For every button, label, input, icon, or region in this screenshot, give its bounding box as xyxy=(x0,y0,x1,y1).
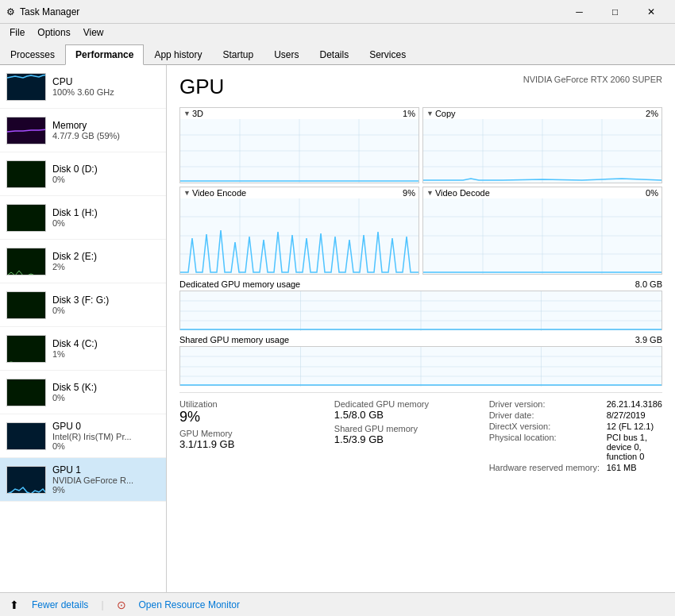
sidebar-item-disk4[interactable]: Disk 4 (C:) 1% xyxy=(0,327,166,371)
menu-options[interactable]: Options xyxy=(31,25,76,40)
sidebar-item-disk3[interactable]: Disk 3 (F: G:) 0% xyxy=(0,283,166,327)
sidebar-item-disk1[interactable]: Disk 1 (H:) 0% xyxy=(0,196,166,240)
open-resource-monitor-link[interactable]: Open Resource Monitor xyxy=(139,599,240,610)
stat-driver-version-key: Driver version: xyxy=(489,399,600,409)
tab-details[interactable]: Details xyxy=(309,44,359,65)
sidebar-name-cpu: CPU xyxy=(52,76,160,87)
tab-bar: Processes Performance App history Startu… xyxy=(0,41,675,65)
title-bar-controls: ─ □ ✕ xyxy=(561,0,669,24)
fewer-details-link[interactable]: Fewer details xyxy=(32,599,88,610)
stat-directx-val: 12 (FL 12.1) xyxy=(607,422,654,431)
sidebar-item-cpu[interactable]: CPU 100% 3.60 GHz xyxy=(0,65,166,109)
chart-video-encode-arrow: ▼ xyxy=(183,189,191,197)
sidebar-detail-disk2: 2% xyxy=(52,262,160,271)
bottom-bar: ⬆ Fewer details | ⊙ Open Resource Monito… xyxy=(0,592,675,616)
stat-dedicated-value: 1.5/8.0 GB xyxy=(334,409,489,421)
chart-video-encode-pct: 9% xyxy=(403,188,415,198)
sidebar-item-disk5[interactable]: Disk 5 (K:) 0% xyxy=(0,371,166,414)
sidebar-name-disk4: Disk 4 (C:) xyxy=(52,338,160,349)
monitor-label: Open Resource Monitor xyxy=(139,599,240,610)
sidebar-item-gpu1[interactable]: GPU 1 NVIDIA GeForce R... 9% xyxy=(0,458,166,502)
chart-3d-label-row: ▼ 3D 1% xyxy=(180,108,418,119)
monitor-icon: ⊙ xyxy=(117,599,126,611)
title-bar: ⚙ Task Manager ─ □ ✕ xyxy=(0,0,675,24)
sidebar-name-disk3: Disk 3 (F: G:) xyxy=(52,295,160,306)
sidebar-item-disk2[interactable]: Disk 2 (E:) 2% xyxy=(0,240,166,283)
chart-copy-pct: 2% xyxy=(646,109,658,118)
chart-copy-label-left: ▼ Copy xyxy=(426,109,456,118)
chart-video-encode: ▼ Video Encode 9% xyxy=(179,187,419,275)
sidebar-graph-disk2 xyxy=(6,248,46,275)
sidebar-graph-memory xyxy=(6,117,46,144)
close-button[interactable]: ✕ xyxy=(633,0,669,24)
stat-directx-row: DirectX version: 12 (FL 12.1) xyxy=(489,422,662,431)
sidebar-name-gpu1: GPU 1 xyxy=(52,464,160,475)
chart-video-decode-pct: 0% xyxy=(646,188,658,198)
tab-startup[interactable]: Startup xyxy=(212,44,264,65)
sidebar-graph-disk3 xyxy=(6,291,46,319)
sidebar-graph-cpu xyxy=(6,73,46,101)
sidebar-item-gpu0[interactable]: GPU 0 Intel(R) Iris(TM) Pr... 0% xyxy=(0,414,166,458)
chart-video-decode-arrow: ▼ xyxy=(426,189,434,197)
sidebar-info-disk3: Disk 3 (F: G:) 0% xyxy=(52,295,160,315)
stat-physical-location-row: Physical location: PCI bus 1, device 0, … xyxy=(489,433,662,461)
chart-copy-label-row: ▼ Copy 2% xyxy=(423,108,662,119)
tab-users[interactable]: Users xyxy=(264,44,309,65)
chart-video-decode-label: Video Decode xyxy=(435,188,490,198)
sidebar-item-memory[interactable]: Memory 4.7/7.9 GB (59%) xyxy=(0,109,166,152)
chart-copy-arrow: ▼ xyxy=(426,110,434,117)
chart-video-encode-label: Video Encode xyxy=(192,188,246,198)
chart-video-decode: ▼ Video Decode 0% xyxy=(422,187,662,275)
sidebar-detail-cpu: 100% 3.60 GHz xyxy=(52,87,160,97)
chart-copy-label: Copy xyxy=(435,109,456,118)
sidebar-detail-gpu0: Intel(R) Iris(TM) Pr... xyxy=(52,432,160,441)
content-subtitle: NVIDIA GeForce RTX 2060 SUPER xyxy=(523,75,662,84)
chart-3d-arrow: ▼ xyxy=(183,110,191,117)
stat-directx-key: DirectX version: xyxy=(489,422,600,431)
dedicated-gpu-memory-section: Dedicated GPU memory usage 8.0 GB xyxy=(179,278,662,330)
divider: | xyxy=(101,599,103,610)
sidebar-graph-disk0 xyxy=(6,160,46,188)
sidebar-info-disk5: Disk 5 (K:) 0% xyxy=(52,382,160,402)
sidebar: CPU 100% 3.60 GHz Memory 4.7/7.9 GB (59%… xyxy=(0,65,167,592)
stat-hardware-reserved-key: Hardware reserved memory: xyxy=(489,463,600,472)
chart-3d-canvas xyxy=(180,119,418,183)
tab-app-history[interactable]: App history xyxy=(144,44,212,65)
menu-view[interactable]: View xyxy=(77,25,110,40)
stats-col-3: Driver version: 26.21.14.3186 Driver dat… xyxy=(489,399,662,472)
fewer-details-label: Fewer details xyxy=(32,599,88,610)
sidebar-info-gpu0: GPU 0 Intel(R) Iris(TM) Pr... 0% xyxy=(52,421,160,451)
shared-gpu-memory-label: Shared GPU memory usage xyxy=(179,335,289,345)
stat-gpu-memory: GPU Memory 3.1/11.9 GB xyxy=(179,429,334,450)
sidebar-name-disk0: Disk 0 (D:) xyxy=(52,164,160,175)
sidebar-info-gpu1: GPU 1 NVIDIA GeForce R... 9% xyxy=(52,464,160,495)
sidebar-graph-disk4 xyxy=(6,335,46,363)
stat-hardware-reserved-val: 161 MB xyxy=(607,463,637,472)
minimize-button[interactable]: ─ xyxy=(561,0,597,24)
stat-utilization: Utilization 9% xyxy=(179,399,334,425)
menu-file[interactable]: File xyxy=(3,25,31,40)
content-area: GPU NVIDIA GeForce RTX 2060 SUPER ▼ 3D 1… xyxy=(167,65,675,592)
chart-3d: ▼ 3D 1% xyxy=(179,107,419,183)
sidebar-item-disk0[interactable]: Disk 0 (D:) 0% xyxy=(0,152,166,196)
stat-gpu-memory-value: 3.1/11.9 GB xyxy=(179,438,334,450)
app-title: Task Manager xyxy=(20,6,79,17)
tab-processes[interactable]: Processes xyxy=(0,44,65,65)
sidebar-info-disk4: Disk 4 (C:) 1% xyxy=(52,338,160,359)
chart-video-decode-canvas xyxy=(423,198,662,274)
sidebar-detail-disk0: 0% xyxy=(52,175,160,184)
sidebar-detail-disk1: 0% xyxy=(52,218,160,228)
sidebar-detail-disk5: 0% xyxy=(52,393,160,402)
stat-driver-version-row: Driver version: 26.21.14.3186 xyxy=(489,399,662,409)
chart-3d-pct: 1% xyxy=(403,109,415,118)
stat-shared: Shared GPU memory 1.5/3.9 GB xyxy=(334,424,489,445)
stat-utilization-label: Utilization xyxy=(179,399,334,409)
sidebar-info-disk1: Disk 1 (H:) 0% xyxy=(52,207,160,228)
sidebar-graph-gpu1 xyxy=(6,466,46,494)
tab-services[interactable]: Services xyxy=(359,44,416,65)
stat-utilization-value: 9% xyxy=(179,409,334,425)
content-header: GPU NVIDIA GeForce RTX 2060 SUPER xyxy=(179,75,662,99)
maximize-button[interactable]: □ xyxy=(597,0,633,24)
sidebar-detail-memory: 4.7/7.9 GB (59%) xyxy=(52,131,160,141)
tab-performance[interactable]: Performance xyxy=(65,44,144,65)
